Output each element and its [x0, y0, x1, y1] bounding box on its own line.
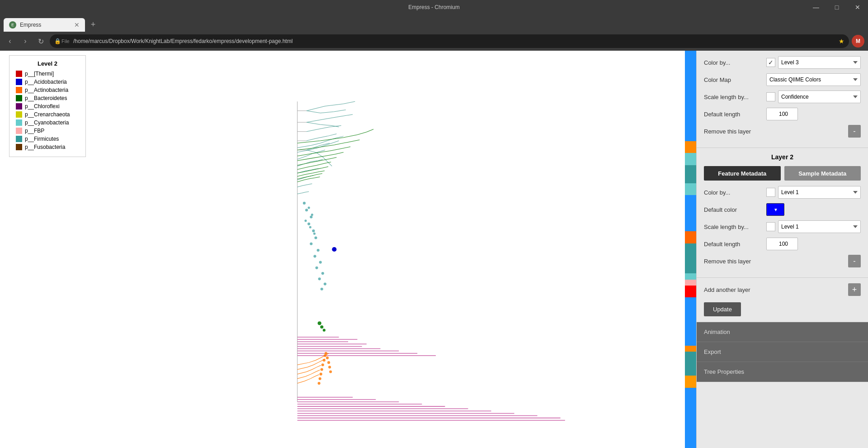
layer2-scale-length-control: Level 1 Confidence: [766, 220, 861, 233]
layer1-color-by-select[interactable]: Level 3 Level 1 Level 2: [778, 56, 861, 69]
legend-item-label: p__Firmicutes: [25, 136, 59, 142]
svg-point-7: [305, 209, 308, 211]
legend-color-swatch: [16, 111, 22, 118]
close-button[interactable]: ✕: [847, 0, 868, 14]
svg-point-17: [321, 272, 324, 275]
layer1-default-length-input[interactable]: [766, 108, 798, 120]
color-bar-segment: [685, 376, 696, 388]
legend: Level 2 p__[Thermi]p__Acidobacteriap__Ac…: [9, 55, 86, 157]
color-bar-segment: [685, 346, 696, 352]
color-bar-segment: [685, 51, 696, 141]
layer1-default-length-row: Default length: [704, 108, 861, 120]
layer2-default-color-control: ▼: [766, 203, 861, 216]
legend-color-swatch: [16, 136, 22, 142]
svg-point-54: [326, 357, 329, 359]
layer1-color-map-row: Color Map Classic QIIME Colors Viridis P…: [704, 73, 861, 86]
right-panel: Color by... ✓ Level 3 Level 1 Level 2 Co…: [696, 51, 868, 448]
svg-point-57: [329, 370, 332, 373]
legend-item: p__[Thermi]: [16, 71, 79, 77]
sample-metadata-button[interactable]: Sample Metadata: [784, 166, 861, 181]
svg-point-47: [323, 359, 326, 362]
svg-point-60: [320, 325, 323, 329]
layer2-scale-length-checkbox[interactable]: [766, 222, 775, 231]
add-layer-button[interactable]: +: [848, 283, 861, 296]
tab-bar: E Empress ✕ +: [0, 14, 868, 32]
browser-tab[interactable]: E Empress ✕: [4, 18, 85, 32]
layer2-default-color-label: Default color: [704, 206, 763, 213]
color-bar-segment: [685, 280, 696, 286]
svg-point-25: [313, 233, 316, 235]
layer1-scale-length-select[interactable]: Confidence Level 1: [778, 91, 861, 103]
bottom-section-item[interactable]: Export: [697, 342, 868, 362]
tree-area: Level 2 p__[Thermi]p__Acidobacteriap__Ac…: [0, 51, 696, 448]
legend-item: p__Crenarchaeota: [16, 111, 79, 118]
layer1-remove-row: Remove this layer -: [704, 125, 861, 138]
layer2-remove-button[interactable]: -: [848, 255, 861, 267]
svg-point-23: [305, 219, 307, 222]
update-button[interactable]: Update: [704, 302, 741, 316]
restore-button[interactable]: □: [826, 0, 847, 14]
refresh-button[interactable]: ↻: [34, 35, 47, 48]
color-bar-segment: [685, 297, 696, 345]
add-layer-row: Add another layer +: [704, 283, 861, 296]
main-layout: Level 2 p__[Thermi]p__Acidobacteriap__Ac…: [0, 51, 868, 448]
svg-point-12: [310, 243, 312, 245]
svg-point-11: [314, 236, 317, 239]
color-bar-segment: [685, 141, 696, 153]
legend-item-label: p__Acidobacteria: [25, 79, 67, 85]
layer2-color-swatch[interactable]: ▼: [766, 203, 784, 216]
legend-item-label: p__Fusobacteria: [25, 144, 65, 150]
svg-point-24: [309, 226, 311, 228]
layer2-scale-length-row: Scale length by... Level 1 Confidence: [704, 220, 861, 233]
add-layer-label: Add another layer: [704, 286, 848, 293]
svg-point-56: [328, 366, 331, 368]
layer2-default-length-label: Default length: [704, 241, 763, 248]
color-bar-segment: [685, 352, 696, 376]
minimize-button[interactable]: —: [806, 0, 826, 14]
legend-item-label: p__Actinobacteria: [25, 87, 68, 93]
layer1-color-by-label: Color by...: [704, 59, 763, 66]
tab-close-button[interactable]: ✕: [74, 21, 80, 29]
layer1-scale-length-checkbox[interactable]: [766, 92, 775, 101]
legend-color-swatch: [16, 79, 22, 85]
svg-point-52: [318, 382, 321, 385]
legend-item: p__Firmicutes: [16, 136, 79, 142]
browser-chrome: E Empress ✕ + ‹ › ↻ 🔒 File ★ M: [0, 14, 868, 51]
feature-metadata-button[interactable]: Feature Metadata: [704, 166, 781, 181]
layer1-color-map-select[interactable]: Classic QIIME Colors Viridis Plasma: [766, 73, 861, 86]
window-title: Empress - Chromium: [408, 4, 459, 10]
bottom-section-item[interactable]: Animation: [697, 322, 868, 342]
layer2-color-by-label: Color by...: [704, 189, 763, 196]
legend-color-swatch: [16, 87, 22, 93]
profile-button[interactable]: M: [852, 35, 864, 48]
bottom-section-item[interactable]: Tree Properties: [697, 362, 868, 382]
color-swatch-arrow-icon: ▼: [774, 207, 778, 212]
layer2-color-by-checkbox[interactable]: [766, 188, 775, 197]
layer1-color-by-checkbox[interactable]: ✓: [766, 58, 775, 67]
layer2-scale-length-select[interactable]: Level 1 Confidence: [778, 220, 861, 233]
svg-point-6: [303, 202, 306, 205]
address-input[interactable]: [50, 34, 849, 48]
legend-item: p__FBP: [16, 128, 79, 134]
address-bar-inner: 🔒 File ★: [50, 34, 849, 48]
svg-point-53: [325, 352, 327, 355]
legend-item: p__Bacteroidetes: [16, 95, 79, 101]
layer1-remove-button[interactable]: -: [848, 125, 861, 138]
layer1-color-by-control: ✓ Level 3 Level 1 Level 2: [766, 56, 861, 69]
legend-title: Level 2: [16, 60, 79, 67]
svg-point-50: [320, 373, 322, 376]
layer2-color-by-select[interactable]: Level 1 Level 2 Level 3: [778, 186, 861, 199]
layer2-default-length-input[interactable]: [766, 238, 798, 250]
svg-point-9: [307, 223, 310, 225]
legend-item: p__Fusobacteria: [16, 144, 79, 150]
svg-point-61: [323, 329, 326, 332]
layer2-default-length-row: Default length: [704, 238, 861, 250]
legend-color-swatch: [16, 71, 22, 77]
color-bar-segment: [685, 183, 696, 195]
tab-title: Empress: [20, 22, 41, 28]
forward-button[interactable]: ›: [19, 35, 32, 48]
new-tab-button[interactable]: +: [87, 18, 99, 31]
bookmark-star-icon[interactable]: ★: [839, 38, 844, 45]
color-bar-segment: [685, 153, 696, 165]
back-button[interactable]: ‹: [4, 35, 16, 48]
